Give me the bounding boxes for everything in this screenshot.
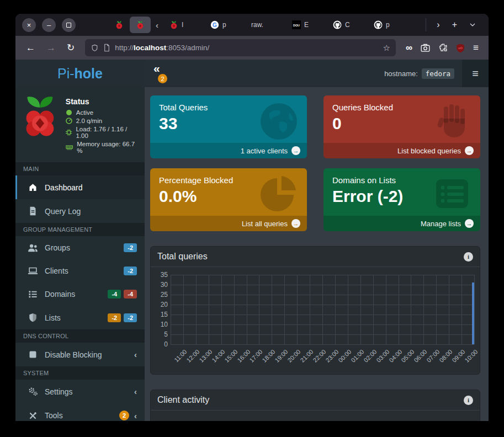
card-label: Total Queries bbox=[150, 95, 307, 112]
new-tab-button[interactable]: + bbox=[447, 18, 462, 32]
tab-3[interactable]: Gp bbox=[204, 17, 245, 33]
tracking-shield-icon[interactable] bbox=[91, 44, 99, 52]
chevron-left-icon: ‹ bbox=[134, 387, 137, 396]
v-gridline bbox=[360, 275, 361, 344]
header-main: « 2 hostname: fedora bbox=[145, 60, 462, 87]
card-total-queries: Total Queries331 active clients→ bbox=[150, 95, 307, 158]
card-footer-link[interactable]: List blocked queries→ bbox=[323, 143, 480, 158]
sidebar-item-query-log[interactable]: Query Log bbox=[15, 199, 145, 223]
sidebar-item-disable-blocking[interactable]: Disable Blocking‹ bbox=[15, 343, 145, 366]
x-tick-label: 06:00 bbox=[413, 348, 428, 364]
url-bar[interactable]: http://localhost:8053/admin/ ☆ bbox=[85, 39, 396, 56]
reload-button[interactable]: ↻ bbox=[63, 42, 78, 54]
tab-0[interactable] bbox=[109, 17, 130, 33]
google-favicon: G bbox=[210, 20, 219, 29]
chart-plot-area[interactable] bbox=[171, 275, 474, 344]
info-icon[interactable]: i bbox=[464, 252, 473, 262]
minimize-button[interactable]: – bbox=[42, 18, 56, 32]
card-footer-link[interactable]: 1 active clients→ bbox=[150, 143, 307, 158]
menu-item-extras: ‹ bbox=[132, 350, 137, 359]
menu-item-extras: ‹ bbox=[132, 387, 137, 396]
summary-cards: Total Queries331 active clients→Queries … bbox=[150, 95, 480, 231]
sidebar-item-settings[interactable]: Settings‹ bbox=[15, 380, 145, 403]
card-footer-link[interactable]: List all queries→ bbox=[150, 216, 307, 231]
x-tick-label: 01:00 bbox=[349, 348, 365, 364]
tab-7[interactable]: p bbox=[368, 17, 408, 33]
sidebar-item-clients[interactable]: Clients-2 bbox=[15, 259, 145, 283]
chart-y-axis: 05101520253035 bbox=[155, 275, 171, 344]
sidebar-collapse-button[interactable]: « 2 bbox=[153, 62, 160, 75]
x-tick-label: 11:00 bbox=[173, 348, 188, 363]
sidebar-item-groups[interactable]: Groups-2 bbox=[15, 236, 145, 259]
x-tick-label: 13:00 bbox=[198, 348, 213, 364]
tab-1[interactable] bbox=[130, 17, 151, 33]
raspberry-logo bbox=[21, 93, 59, 141]
url-text[interactable]: http://localhost:8053/admin/ bbox=[115, 44, 378, 52]
y-tick-label: 30 bbox=[161, 281, 168, 289]
tab-4[interactable]: raw. bbox=[245, 17, 286, 33]
back-button[interactable]: ← bbox=[22, 42, 39, 54]
pihole-logo: Pi-hole bbox=[57, 66, 103, 82]
screenshot-camera-icon[interactable] bbox=[420, 43, 431, 52]
memory-icon bbox=[66, 144, 73, 151]
arrow-circle-icon: → bbox=[465, 219, 474, 228]
close-button[interactable]: × bbox=[22, 18, 36, 32]
x-tick-label: 07:00 bbox=[426, 348, 441, 364]
sidebar-item-domains[interactable]: Domains-4-4 bbox=[15, 283, 145, 306]
tab-2[interactable]: I bbox=[163, 17, 204, 33]
app-menu-button[interactable]: ≡ bbox=[462, 60, 489, 87]
extensions-puzzle-icon[interactable] bbox=[438, 43, 448, 52]
v-gridline bbox=[411, 275, 411, 344]
menu-section-header-2: DNS CONTROL bbox=[15, 329, 145, 343]
list-icon bbox=[27, 290, 38, 299]
x-tick-label: 18:00 bbox=[261, 348, 277, 364]
status-text: Memory usage: 66.7 % bbox=[77, 141, 139, 154]
page-info-icon[interactable] bbox=[103, 44, 110, 52]
status-text: Load: 1.76 / 1.16 / 1.00 bbox=[76, 126, 139, 139]
sidebar-item-tools[interactable]: Tools2‹ bbox=[15, 403, 145, 421]
tab-scroll-left-button[interactable]: ‹ bbox=[151, 20, 163, 30]
bookmark-star-icon[interactable]: ☆ bbox=[383, 43, 390, 53]
card-label: Domains on Lists bbox=[323, 168, 480, 185]
query-bar[interactable] bbox=[472, 283, 474, 344]
tab-dropdown-button[interactable] bbox=[464, 19, 481, 30]
forward-button[interactable]: → bbox=[43, 42, 60, 54]
arrow-circle-icon: → bbox=[291, 219, 300, 228]
client-activity-panel: Client activity i bbox=[150, 390, 480, 421]
x-tick-label: 20:00 bbox=[287, 348, 302, 364]
tab-scroll-right-button[interactable]: › bbox=[432, 18, 444, 32]
v-gridline bbox=[386, 275, 386, 344]
tab-6[interactable]: C bbox=[327, 17, 368, 33]
tab-title: p bbox=[222, 21, 226, 29]
x-tick-label: 08:00 bbox=[438, 348, 454, 364]
browser-window: ×– ‹IGpraw.DOUECp › + ← → ↻ http://local… bbox=[15, 14, 489, 421]
firefox-view-infinity-icon[interactable]: ∞ bbox=[406, 42, 412, 54]
sidebar-item-lists[interactable]: Lists-2-2 bbox=[15, 306, 145, 329]
tab-title: E bbox=[304, 21, 309, 29]
card-value: 0 bbox=[323, 112, 480, 133]
tab-right-controls: › + bbox=[426, 18, 481, 31]
browser-menu-icon[interactable]: ≡ bbox=[473, 42, 479, 54]
y-tick-label: 20 bbox=[161, 301, 168, 308]
info-icon[interactable]: i bbox=[464, 396, 473, 405]
x-tick-label: 17:00 bbox=[248, 348, 264, 364]
x-tick-label: 05:00 bbox=[400, 348, 416, 364]
menu-item-extras: 2‹ bbox=[119, 411, 137, 420]
square-icon bbox=[27, 350, 38, 359]
x-tick-label: 12:00 bbox=[185, 348, 200, 364]
sidebar-item-dashboard[interactable]: Dashboard bbox=[15, 175, 145, 199]
tab-5[interactable]: DOUE bbox=[286, 17, 327, 33]
sidebar-item-label: Query Log bbox=[45, 207, 81, 216]
card-value: Error (-2) bbox=[323, 185, 480, 206]
maximize-button[interactable] bbox=[62, 18, 76, 32]
client-activity-panel-title: Client activity bbox=[157, 395, 209, 405]
chevron-left-icon: ‹ bbox=[134, 350, 137, 359]
v-gridline bbox=[348, 275, 348, 344]
card-footer-link[interactable]: Manage lists→ bbox=[323, 216, 480, 231]
sidebar-item-label: Dashboard bbox=[45, 183, 83, 192]
maximize-icon bbox=[66, 23, 71, 28]
v-gridline bbox=[183, 275, 184, 344]
hamburger-icon: ≡ bbox=[472, 67, 479, 80]
tab-title: I bbox=[182, 21, 183, 29]
ublock-origin-icon[interactable]: uO bbox=[455, 43, 465, 53]
